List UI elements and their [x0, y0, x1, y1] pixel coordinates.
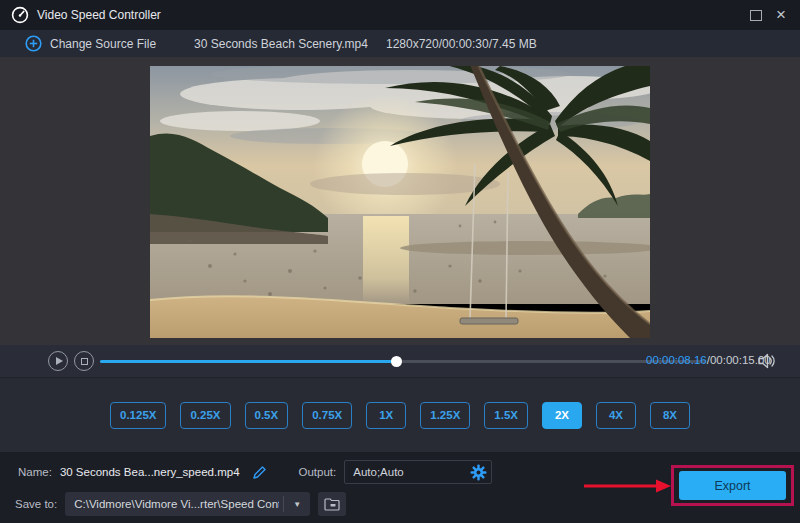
output-label: Output: [299, 466, 337, 478]
chevron-down-icon[interactable]: ▼ [284, 500, 310, 509]
change-source-file-button[interactable]: Change Source File [50, 37, 156, 51]
edit-name-icon[interactable] [252, 465, 267, 480]
speed-button-0.125x[interactable]: 0.125X [110, 402, 166, 429]
player-stage [0, 57, 800, 345]
playback-controls: 00:00:08.16/00:00:15.00 [0, 345, 800, 377]
speed-button-0.25x[interactable]: 0.25X [180, 402, 230, 429]
output-file-name: 30 Seconds Bea...nery_speed.mp4 [60, 466, 240, 478]
source-file-info: 1280x720/00:00:30/7.45 MB [386, 37, 537, 51]
stop-button[interactable] [74, 351, 94, 371]
current-time: 00:00:08.16 [646, 354, 707, 366]
beach-scene [150, 66, 650, 338]
speed-button-1.25x[interactable]: 1.25X [420, 402, 470, 429]
speed-button-0.75x[interactable]: 0.75X [302, 402, 352, 429]
output-settings-gear-icon[interactable] [470, 464, 487, 481]
output-format-field[interactable]: Auto;Auto [344, 460, 492, 484]
folder-icon [324, 498, 340, 511]
progress-thumb[interactable] [391, 356, 402, 367]
close-button[interactable]: × [776, 8, 786, 22]
play-button[interactable] [48, 351, 68, 371]
output-format-value: Auto;Auto [353, 466, 404, 478]
name-label: Name: [18, 466, 52, 478]
annotation-arrow [582, 478, 672, 494]
stop-icon [81, 358, 88, 365]
browse-folder-button[interactable] [318, 492, 346, 516]
progress-fill [100, 360, 396, 363]
source-toolbar: Change Source File 30 Seconds Beach Scen… [0, 30, 800, 57]
window-title: Video Speed Controller [37, 8, 161, 22]
app-logo-icon [11, 6, 29, 24]
video-frame[interactable] [150, 66, 650, 338]
progress-slider[interactable] [100, 360, 706, 363]
save-path-value: C:\Vidmore\Vidmore Vi...rter\Speed Contr… [74, 498, 279, 510]
volume-icon[interactable] [758, 353, 776, 369]
speed-button-0.5x[interactable]: 0.5X [245, 402, 289, 429]
speed-button-4x[interactable]: 4X [596, 402, 636, 429]
source-file-name: 30 Seconds Beach Scenery.mp4 [194, 37, 368, 51]
export-button[interactable]: Export [679, 471, 786, 500]
speed-button-1.5x[interactable]: 1.5X [484, 402, 528, 429]
time-display: 00:00:08.16/00:00:15.00 [646, 354, 771, 366]
add-source-icon[interactable] [25, 35, 42, 52]
maximize-button[interactable] [750, 10, 762, 21]
save-to-label: Save to: [15, 498, 57, 510]
speed-button-2x[interactable]: 2X [542, 402, 582, 429]
speed-options: 0.125X0.25X0.5X0.75X1X1.25X1.5X2X4X8X [0, 377, 800, 452]
play-icon [56, 357, 63, 365]
speed-button-8x[interactable]: 8X [650, 402, 690, 429]
speed-button-1x[interactable]: 1X [366, 402, 406, 429]
export-panel: Name: 30 Seconds Bea...nery_speed.mp4 Ou… [0, 452, 800, 523]
title-bar: Video Speed Controller × [0, 0, 800, 30]
save-path-dropdown[interactable]: C:\Vidmore\Vidmore Vi...rter\Speed Contr… [65, 492, 310, 516]
